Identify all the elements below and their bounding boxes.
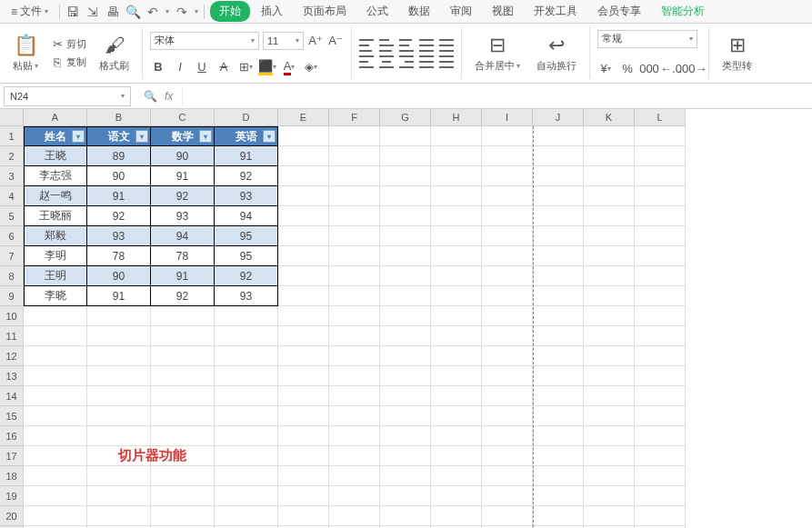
save-icon[interactable]: 🖫 — [65, 5, 80, 19]
distribute-button[interactable] — [439, 55, 454, 68]
cell[interactable] — [380, 366, 431, 386]
cell[interactable]: 78 — [87, 246, 151, 266]
cell[interactable] — [329, 426, 380, 446]
cell[interactable] — [482, 306, 533, 326]
cell[interactable]: 92 — [151, 186, 215, 206]
cell[interactable] — [278, 246, 329, 266]
cell[interactable] — [482, 186, 533, 206]
tab-ai-analysis[interactable]: 智能分析 — [652, 1, 714, 22]
cell[interactable] — [380, 226, 431, 246]
cell[interactable]: 语文▾ — [87, 126, 151, 146]
cell[interactable] — [635, 466, 686, 486]
cell[interactable]: 92 — [151, 286, 215, 306]
cell[interactable] — [635, 266, 686, 286]
currency-button[interactable]: ¥▾ — [597, 61, 614, 77]
cell[interactable] — [431, 206, 482, 226]
cell[interactable] — [635, 226, 686, 246]
cell[interactable] — [24, 326, 87, 346]
cell[interactable]: 91 — [151, 266, 215, 286]
cell[interactable] — [533, 206, 584, 226]
cell[interactable] — [584, 346, 635, 366]
row-header[interactable]: 16 — [0, 426, 24, 446]
cell[interactable] — [431, 306, 482, 326]
cell[interactable]: 90 — [87, 266, 151, 286]
cell[interactable] — [380, 306, 431, 326]
cell[interactable] — [635, 346, 686, 366]
cell[interactable] — [482, 446, 533, 466]
cell[interactable]: 78 — [151, 246, 215, 266]
copy-button[interactable]: ⎘复制 — [49, 55, 88, 70]
cell[interactable]: 91 — [87, 186, 151, 206]
tab-home[interactable]: 开始 — [210, 1, 250, 22]
cell[interactable] — [431, 326, 482, 346]
cell[interactable] — [380, 346, 431, 366]
cell[interactable] — [635, 186, 686, 206]
cell[interactable]: 90 — [87, 166, 151, 186]
cell[interactable] — [431, 146, 482, 166]
cell[interactable] — [635, 406, 686, 426]
cell[interactable] — [533, 286, 584, 306]
cell[interactable] — [380, 446, 431, 466]
font-name-select[interactable]: 宋体▾ — [150, 32, 259, 50]
cell[interactable] — [329, 166, 380, 186]
cell[interactable] — [278, 286, 329, 306]
column-header[interactable]: L — [635, 109, 686, 126]
cell[interactable]: 郑毅 — [24, 226, 87, 246]
cell[interactable] — [24, 386, 87, 406]
cell[interactable] — [380, 426, 431, 446]
cell[interactable] — [533, 326, 584, 346]
cell[interactable] — [278, 126, 329, 146]
cell[interactable] — [215, 306, 278, 326]
cell[interactable] — [533, 126, 584, 146]
cell[interactable] — [431, 246, 482, 266]
cell[interactable] — [431, 466, 482, 486]
cell[interactable]: 91 — [87, 286, 151, 306]
cell[interactable]: 英语▾ — [215, 126, 278, 146]
tab-formulas[interactable]: 公式 — [357, 1, 397, 22]
cell[interactable] — [329, 486, 380, 506]
strikethrough-button[interactable]: A — [216, 59, 232, 75]
cell[interactable] — [431, 186, 482, 206]
cell[interactable] — [635, 506, 686, 526]
cell[interactable] — [329, 186, 380, 206]
format-painter-button[interactable]: 🖌 格式刷 — [94, 32, 135, 75]
row-header[interactable]: 10 — [0, 306, 24, 326]
cell[interactable] — [431, 226, 482, 246]
increase-font-button[interactable]: A⁺ — [307, 33, 324, 49]
print-icon[interactable]: 🖶 — [105, 5, 120, 19]
name-box[interactable]: N24▾ — [4, 86, 131, 106]
cell[interactable] — [151, 366, 215, 386]
row-header[interactable]: 3 — [0, 166, 24, 186]
cell[interactable] — [482, 386, 533, 406]
cell[interactable]: 93 — [215, 286, 278, 306]
cell[interactable] — [278, 266, 329, 286]
tab-view[interactable]: 视图 — [483, 1, 523, 22]
cell[interactable] — [635, 386, 686, 406]
cell[interactable] — [329, 146, 380, 166]
cell[interactable] — [482, 346, 533, 366]
cell[interactable] — [215, 486, 278, 506]
cell[interactable] — [482, 266, 533, 286]
cell[interactable] — [278, 386, 329, 406]
cell[interactable] — [329, 206, 380, 226]
cell[interactable] — [635, 206, 686, 226]
cell[interactable] — [151, 466, 215, 486]
cell[interactable] — [215, 466, 278, 486]
column-header[interactable]: B — [87, 109, 151, 126]
cell[interactable] — [482, 166, 533, 186]
cell[interactable]: 93 — [87, 226, 151, 246]
cell[interactable] — [151, 406, 215, 426]
cell[interactable] — [24, 466, 87, 486]
type-convert-button[interactable]: ⊞ 类型转 — [717, 32, 757, 75]
column-header[interactable]: F — [329, 109, 380, 126]
fx-label[interactable]: fx — [165, 90, 173, 103]
cell[interactable]: 92 — [215, 166, 278, 186]
effects-button[interactable]: ◈▾ — [303, 59, 319, 75]
cell[interactable] — [635, 306, 686, 326]
cell[interactable] — [482, 326, 533, 346]
cell[interactable] — [482, 246, 533, 266]
row-header[interactable]: 18 — [0, 466, 24, 486]
cell[interactable]: 92 — [87, 206, 151, 226]
cell[interactable] — [533, 266, 584, 286]
column-header[interactable]: K — [584, 109, 635, 126]
